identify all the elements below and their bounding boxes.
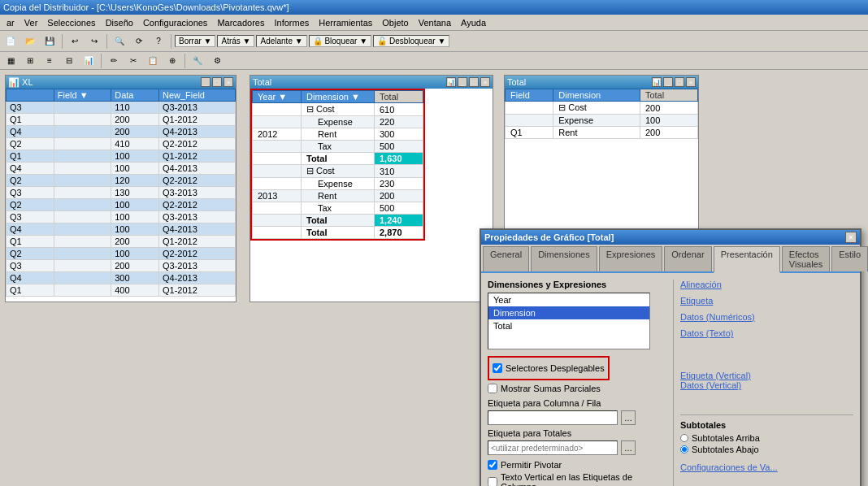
menu-configuraciones[interactable]: Configuraciones <box>138 17 213 28</box>
toolbar-undo[interactable]: ↩ <box>66 33 84 50</box>
panel2-xl[interactable]: 📊 <box>446 77 456 87</box>
panel1-min[interactable]: _ <box>201 77 210 87</box>
table-row: Q2410Q2-2012 <box>7 138 236 150</box>
alineacion-link[interactable]: Alineación <box>680 280 853 289</box>
subtotales-title: Subtotales <box>680 420 853 430</box>
col-header-newfield[interactable]: New_Field <box>159 89 236 102</box>
toolbar-refresh[interactable]: ⟳ <box>130 33 148 50</box>
panel3-min[interactable]: _ <box>663 77 673 87</box>
etiqueta-link[interactable]: Etiqueta <box>680 296 853 306</box>
datos-num-link[interactable]: Datos (Numéricos) <box>680 312 853 322</box>
dialog-titlebar: Propiedades de Gráfico [Total] × <box>481 230 860 245</box>
tab-ordenar[interactable]: Ordenar <box>664 246 711 271</box>
toolbar2: ▦ ⊞ ≡ ⊟ 📊 ✏ ✂ 📋 ⊕ 🔧 ⚙ <box>0 52 868 70</box>
radio-abajo[interactable] <box>680 445 688 453</box>
dimensions-list[interactable]: YearDimensionTotal <box>488 293 650 349</box>
tab-efectos-visuales[interactable]: Efectos Visuales <box>782 246 830 271</box>
toolbar-open[interactable]: 📂 <box>21 33 39 50</box>
menu-informes[interactable]: Informes <box>269 17 314 28</box>
panel3-xl[interactable]: 📊 <box>652 77 662 87</box>
panel2-controls: 📊 _ □ × <box>446 77 490 87</box>
configuraciones-link[interactable]: Configuraciones de Va... <box>680 462 853 472</box>
menu-ver[interactable]: Ver <box>20 17 43 28</box>
col-year[interactable]: Year ▼ <box>253 91 302 103</box>
panel2-table: Year ▼ Dimension ▼ Total ⊟ Cost610Expens… <box>252 90 423 239</box>
etiqueta-columna-label: Etiqueta para Columna / Fila <box>488 398 601 408</box>
tab-expresiones[interactable]: Expresiones <box>599 246 663 271</box>
toolbar-new[interactable]: 📄 <box>2 33 20 50</box>
t2-b7[interactable]: ✂ <box>124 53 142 69</box>
p3-col-dimension[interactable]: Dimension <box>553 89 640 102</box>
tab-dimensiones[interactable]: Dimensiones <box>531 246 597 271</box>
list-item-dimension[interactable]: Dimension <box>488 306 649 319</box>
t2-b3[interactable]: ≡ <box>41 53 59 69</box>
col-header-data[interactable]: Data <box>111 89 159 102</box>
tab-general[interactable]: General <box>483 246 529 271</box>
selectores-checkbox[interactable] <box>493 363 502 373</box>
t2-b11[interactable]: ⚙ <box>208 53 226 69</box>
panel2-min[interactable]: _ <box>458 77 467 87</box>
cb4-checkbox[interactable] <box>488 477 497 486</box>
radio-arriba-label: Subtotales Arriba <box>692 433 760 443</box>
menu-ar[interactable]: ar <box>2 17 20 28</box>
toolbar-find[interactable]: 🔍 <box>111 33 128 50</box>
menu-ventana[interactable]: Ventana <box>414 17 456 28</box>
datos-texto-link[interactable]: Datos (Texto) <box>680 328 853 338</box>
tab-estilo[interactable]: Estilo <box>831 246 868 271</box>
t2-b6[interactable]: ✏ <box>105 53 123 69</box>
toolbar-borrar[interactable]: Borrar ▼ <box>175 35 215 47</box>
t2-b5[interactable]: 📊 <box>80 53 98 69</box>
dialog-content: Dimensiones y Expresiones YearDimensionT… <box>481 273 860 486</box>
table-row: Q1200Q1-2012 <box>7 114 236 126</box>
menu-marcadores[interactable]: Marcadores <box>212 17 269 28</box>
t2-b9[interactable]: ⊕ <box>163 53 181 69</box>
menu-selecciones[interactable]: Selecciones <box>42 17 100 28</box>
list-item-year[interactable]: Year <box>488 293 649 306</box>
panel2-titlebar: Total 📊 _ □ × <box>250 76 493 89</box>
t2-b4[interactable]: ⊟ <box>60 53 78 69</box>
toolbar-bloquear[interactable]: 🔒 Bloquear ▼ <box>309 35 371 47</box>
toolbar-redo[interactable]: ↪ <box>85 33 103 50</box>
tab-presentación[interactable]: Presentación <box>714 246 780 273</box>
col-dimension[interactable]: Dimension ▼ <box>302 91 375 103</box>
etiqueta-vert-link[interactable]: Etiqueta (Vertical) <box>680 371 853 380</box>
cb3-checkbox[interactable] <box>488 460 497 470</box>
dialog-close-btn[interactable]: × <box>845 232 857 243</box>
panel1-max[interactable]: □ <box>212 77 222 87</box>
panel1-close[interactable]: × <box>224 77 233 87</box>
radio-arriba[interactable] <box>680 434 688 442</box>
table-row: 2012Rent300 <box>253 128 423 141</box>
menu-diseno[interactable]: Diseño <box>101 17 138 28</box>
etiqueta-columna-input[interactable] <box>488 410 618 425</box>
col-header-field[interactable]: Field ▼ <box>54 89 111 102</box>
table-row: Q2120Q2-2012 <box>7 175 236 187</box>
panel2-title: Total <box>253 77 271 87</box>
etiqueta-totales-input[interactable] <box>488 440 618 455</box>
p3-col-field[interactable]: Field <box>506 89 553 102</box>
panel2-close[interactable]: × <box>480 77 490 87</box>
panel2-max[interactable]: □ <box>469 77 479 87</box>
t2-b2[interactable]: ⊞ <box>21 53 39 69</box>
panel3-close[interactable]: × <box>686 77 696 87</box>
datos-vert-link[interactable]: Datos (Vertical) <box>680 380 853 390</box>
t2-b1[interactable]: ▦ <box>2 53 20 69</box>
etiqueta-totales-browse[interactable]: … <box>621 440 636 455</box>
mostrar-sumas-checkbox[interactable] <box>488 384 497 393</box>
toolbar-desbloquear[interactable]: 🔓 Desbloquear ▼ <box>373 35 449 47</box>
panel3-max[interactable]: □ <box>675 77 684 87</box>
menu-bar: ar Ver Selecciones Diseño Configuracione… <box>0 15 868 31</box>
toolbar-adelante[interactable]: Adelante ▼ <box>256 35 306 47</box>
toolbar-atras[interactable]: Atrás ▼ <box>217 35 254 47</box>
menu-objeto[interactable]: Objeto <box>377 17 413 28</box>
toolbar-help[interactable]: ? <box>150 33 167 50</box>
menu-herramientas[interactable]: Herramientas <box>314 17 377 28</box>
menu-ayuda[interactable]: Ayuda <box>456 17 491 28</box>
etiqueta-columna-browse[interactable]: … <box>621 410 636 425</box>
toolbar-save[interactable]: 💾 <box>41 33 59 50</box>
t2-b8[interactable]: 📋 <box>144 53 162 69</box>
list-item-total[interactable]: Total <box>488 319 649 332</box>
t2-b10[interactable]: 🔧 <box>189 53 206 69</box>
datos-vert-section: Datos (Vertical) <box>680 380 853 390</box>
p3-col-total: Total <box>640 89 697 102</box>
main-area: 📊 XL _ □ × Field ▼ Data New_Field Q3110Q… <box>0 70 868 486</box>
